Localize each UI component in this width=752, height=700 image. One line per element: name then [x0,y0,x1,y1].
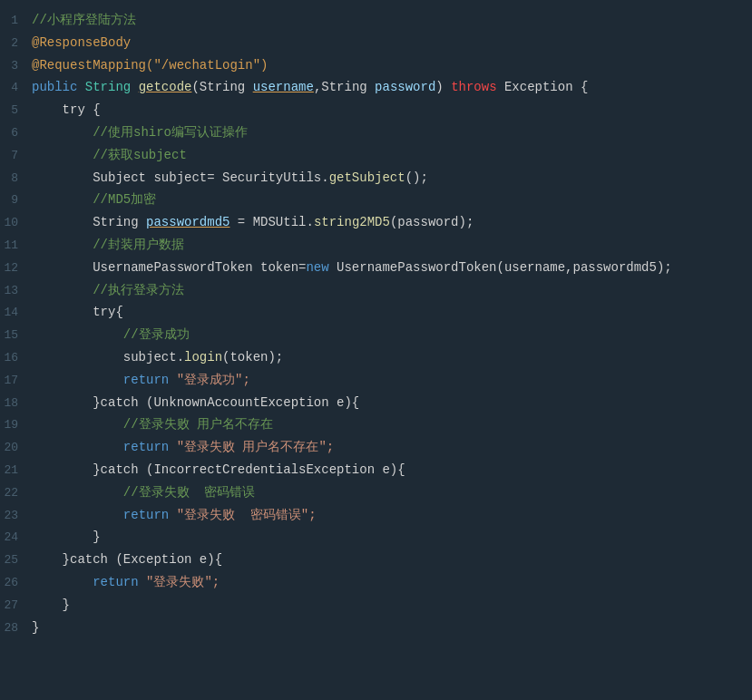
line-number: 4 [0,79,27,98]
line-number: 20 [0,439,27,458]
code-line: 13 //执行登录方法 [0,279,752,302]
code-line: 17 return "登录成功"; [0,369,752,392]
code-token: //封装用户数据 [32,238,184,252]
code-token: return [93,575,146,589]
code-token: @RequestMapping("/wechatLogin") [32,58,268,73]
code-token: "登录失败 用户名不存在"; [177,440,335,454]
code-token: throws [451,80,504,94]
code-token: getcode [139,80,192,94]
line-number: 11 [0,237,27,256]
line-number: 13 [0,282,27,301]
line-content: //小程序登陆方法 [27,10,752,30]
code-token: "登录成功"; [177,373,250,387]
code-token: @ResponseBody [32,35,131,50]
line-content: return "登录失败 用户名不存在"; [27,437,752,457]
line-content: //登录成功 [27,325,752,345]
line-content: }catch (Exception e){ [27,549,752,569]
line-content: } [27,527,752,547]
line-number: 7 [0,147,27,166]
code-token: String [32,215,146,229]
code-token: (String [191,80,252,94]
code-line: 23 return "登录失败 密码错误"; [0,504,752,527]
code-line: 11 //封装用户数据 [0,234,752,257]
code-token: (password); [390,215,474,229]
line-content: String passwordmd5 = MDSUtil.string2MD5(… [27,212,752,232]
line-content: public String getcode(String username,St… [27,77,752,97]
line-number: 22 [0,484,27,503]
line-content: //登录失败 密码错误 [27,482,752,502]
line-number: 23 [0,507,27,526]
line-number: 26 [0,574,27,593]
code-line: 22 //登录失败 密码错误 [0,481,752,504]
code-line: 18 }catch (UnknownAccountException e){ [0,392,752,414]
line-number: 21 [0,462,27,481]
code-line: 25 }catch (Exception e){ [0,549,752,571]
code-token [32,508,123,522]
code-token: String [85,80,139,94]
code-token: try{ [32,305,123,319]
code-line: 16 subject.login(token); [0,346,752,369]
line-number: 2 [0,34,27,53]
code-token [32,575,93,589]
line-number: 9 [0,191,27,210]
line-content: } [27,617,752,637]
code-line: 5 try { [0,99,752,122]
code-line: 3@RequestMapping("/wechatLogin") [0,54,752,77]
code-line: 4public String getcode(String username,S… [0,76,752,99]
code-token: //小程序登陆方法 [32,13,136,27]
code-token: return [123,373,177,387]
code-line: 28} [0,617,752,639]
code-line: 9 //MD5加密 [0,189,752,211]
code-token: UsernamePasswordToken token= [32,260,306,275]
line-content: //获取subject [27,145,752,165]
line-number: 15 [0,326,27,345]
line-number: 27 [0,597,27,616]
code-token: //使用shiro编写认证操作 [32,125,248,140]
code-line: 6 //使用shiro编写认证操作 [0,122,752,144]
code-token: public [32,80,85,94]
code-token: UsernamePasswordToken(username,passwordm… [337,260,672,275]
code-token: Exception { [504,80,588,94]
code-token: }catch (UnknownAccountException e){ [32,395,359,410]
code-line: 24 } [0,526,752,549]
line-content: try{ [27,302,752,322]
code-token: //登录失败 密码错误 [32,485,255,500]
code-line: 26 return "登录失败"; [0,571,752,594]
code-line: 27 } [0,594,752,617]
line-number: 16 [0,349,27,368]
line-content: try { [27,100,752,120]
line-content: return "登录失败 密码错误"; [27,505,752,525]
line-content: }catch (IncorrectCredentialsException e)… [27,460,752,480]
line-content: @ResponseBody [27,33,752,53]
code-token: }catch (Exception e){ [32,552,222,567]
code-token: } [32,620,39,635]
code-token: return [123,440,177,454]
code-token: //登录失败 用户名不存在 [32,417,273,432]
code-token: new [306,260,337,275]
code-token: = MDSUtil. [230,215,313,229]
code-token: string2MD5 [314,215,390,229]
code-token: } [32,598,70,612]
code-token: ) [435,80,451,94]
code-token: } [32,530,101,544]
line-content: }catch (UnknownAccountException e){ [27,393,752,413]
code-token: password [375,80,435,94]
code-token: return [123,508,177,522]
line-content: @RequestMapping("/wechatLogin") [27,55,752,75]
line-content: //MD5加密 [27,190,752,209]
code-token: subject. [32,350,184,365]
code-token: "登录失败 密码错误"; [177,508,317,522]
line-content: //登录失败 用户名不存在 [27,414,752,434]
code-line: 7 //获取subject [0,144,752,167]
line-number: 5 [0,102,27,121]
code-token: //获取subject [32,148,187,162]
code-line: 15 //登录成功 [0,324,752,346]
line-number: 3 [0,57,27,76]
code-token: passwordmd5 [146,215,230,229]
code-line: 2@ResponseBody [0,32,752,54]
code-line: 10 String passwordmd5 = MDSUtil.string2M… [0,211,752,234]
code-token: username [253,80,314,94]
code-token: }catch (IncorrectCredentialsException e)… [32,462,405,477]
line-content: //执行登录方法 [27,280,752,300]
line-content: //使用shiro编写认证操作 [27,122,752,142]
